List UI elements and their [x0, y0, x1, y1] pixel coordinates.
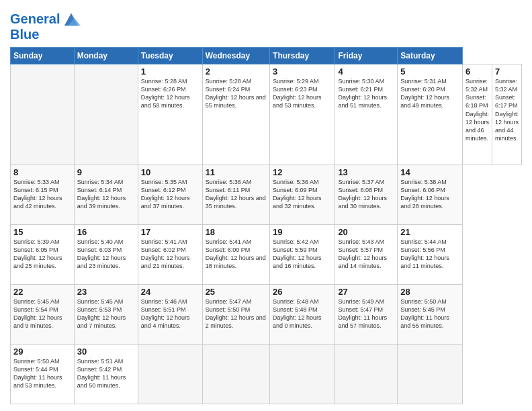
calendar-cell: 15Sunrise: 5:39 AM Sunset: 6:05 PM Dayli…: [11, 224, 75, 284]
cell-info: Sunrise: 5:42 AM Sunset: 5:59 PM Dayligh…: [273, 238, 332, 271]
calendar-cell: 18Sunrise: 5:41 AM Sunset: 6:00 PM Dayli…: [202, 224, 269, 284]
day-number: 30: [77, 347, 135, 357]
week-row-4: 29Sunrise: 5:50 AM Sunset: 5:44 PM Dayli…: [11, 344, 522, 404]
week-row-2: 15Sunrise: 5:39 AM Sunset: 6:05 PM Dayli…: [11, 224, 522, 284]
calendar-container: General Blue SundayMondayTuesdayWednesda…: [0, 0, 532, 411]
weekday-sunday: Sunday: [11, 48, 75, 64]
calendar-cell: 29Sunrise: 5:50 AM Sunset: 5:44 PM Dayli…: [11, 344, 75, 404]
cell-info: Sunrise: 5:32 AM Sunset: 6:18 PM Dayligh…: [466, 77, 489, 142]
calendar-cell: [270, 344, 335, 404]
day-number: 8: [13, 167, 71, 177]
weekday-thursday: Thursday: [270, 48, 335, 64]
calendar-cell: 10Sunrise: 5:35 AM Sunset: 6:12 PM Dayli…: [138, 165, 202, 224]
calendar-cell: [138, 344, 202, 404]
day-number: 7: [495, 66, 519, 77]
day-number: 24: [141, 287, 200, 297]
day-number: 18: [206, 227, 267, 237]
day-number: 15: [13, 227, 71, 237]
calendar-table: SundayMondayTuesdayWednesdayThursdayFrid…: [10, 47, 522, 404]
day-number: 14: [400, 167, 459, 177]
calendar-cell: 8Sunrise: 5:33 AM Sunset: 6:15 PM Daylig…: [11, 165, 75, 224]
calendar-cell: 5Sunrise: 5:31 AM Sunset: 6:20 PM Daylig…: [398, 64, 463, 165]
calendar-cell: [335, 344, 398, 404]
calendar-cell: 16Sunrise: 5:40 AM Sunset: 6:03 PM Dayli…: [74, 224, 138, 284]
weekday-saturday: Saturday: [398, 48, 463, 64]
day-number: 20: [338, 227, 394, 237]
calendar-cell: 28Sunrise: 5:50 AM Sunset: 5:45 PM Dayli…: [398, 284, 463, 344]
calendar-cell: 20Sunrise: 5:43 AM Sunset: 5:57 PM Dayli…: [335, 224, 398, 284]
calendar-cell: 6Sunrise: 5:32 AM Sunset: 6:18 PM Daylig…: [462, 64, 492, 165]
day-number: 16: [77, 227, 135, 237]
calendar-cell: 25Sunrise: 5:47 AM Sunset: 5:50 PM Dayli…: [202, 284, 269, 344]
cell-info: Sunrise: 5:31 AM Sunset: 6:20 PM Dayligh…: [400, 77, 459, 110]
cell-info: Sunrise: 5:41 AM Sunset: 6:02 PM Dayligh…: [141, 238, 200, 271]
day-number: 1: [141, 66, 200, 77]
weekday-header: SundayMondayTuesdayWednesdayThursdayFrid…: [11, 48, 522, 64]
calendar-cell: 23Sunrise: 5:45 AM Sunset: 5:53 PM Dayli…: [74, 284, 138, 344]
cell-info: Sunrise: 5:45 AM Sunset: 5:54 PM Dayligh…: [13, 298, 71, 330]
day-number: 3: [273, 66, 332, 77]
day-number: 9: [77, 167, 135, 177]
day-number: 25: [206, 287, 267, 297]
calendar-cell: [11, 64, 75, 165]
day-number: 22: [13, 287, 71, 297]
day-number: 11: [206, 167, 267, 177]
logo: General Blue: [10, 9, 81, 42]
cell-info: Sunrise: 5:30 AM Sunset: 6:21 PM Dayligh…: [338, 77, 394, 110]
day-number: 26: [273, 287, 332, 297]
calendar-cell: 1Sunrise: 5:28 AM Sunset: 6:26 PM Daylig…: [138, 64, 202, 165]
cell-info: Sunrise: 5:48 AM Sunset: 5:48 PM Dayligh…: [273, 298, 332, 330]
day-number: 6: [466, 66, 489, 77]
cell-info: Sunrise: 5:34 AM Sunset: 6:14 PM Dayligh…: [77, 178, 135, 211]
calendar-cell: 2Sunrise: 5:28 AM Sunset: 6:24 PM Daylig…: [202, 64, 269, 165]
cell-info: Sunrise: 5:38 AM Sunset: 6:06 PM Dayligh…: [400, 178, 459, 211]
logo-icon: [62, 9, 81, 28]
logo-line1: General: [10, 11, 60, 26]
cell-info: Sunrise: 5:39 AM Sunset: 6:05 PM Dayligh…: [13, 238, 71, 271]
calendar-cell: [202, 344, 269, 404]
weekday-friday: Friday: [335, 48, 398, 64]
weekday-monday: Monday: [74, 48, 138, 64]
calendar-cell: 19Sunrise: 5:42 AM Sunset: 5:59 PM Dayli…: [270, 224, 335, 284]
calendar-cell: 3Sunrise: 5:29 AM Sunset: 6:23 PM Daylig…: [270, 64, 335, 165]
calendar-cell: 11Sunrise: 5:36 AM Sunset: 6:11 PM Dayli…: [202, 165, 269, 224]
calendar-cell: 7Sunrise: 5:32 AM Sunset: 6:17 PM Daylig…: [492, 64, 521, 165]
weekday-wednesday: Wednesday: [202, 48, 269, 64]
calendar-cell: 22Sunrise: 5:45 AM Sunset: 5:54 PM Dayli…: [11, 284, 75, 344]
cell-info: Sunrise: 5:50 AM Sunset: 5:45 PM Dayligh…: [400, 298, 459, 330]
cell-info: Sunrise: 5:36 AM Sunset: 6:11 PM Dayligh…: [206, 178, 267, 211]
cell-info: Sunrise: 5:32 AM Sunset: 6:17 PM Dayligh…: [495, 77, 519, 142]
calendar-cell: 13Sunrise: 5:37 AM Sunset: 6:08 PM Dayli…: [335, 165, 398, 224]
cell-info: Sunrise: 5:49 AM Sunset: 5:47 PM Dayligh…: [338, 298, 394, 330]
calendar-cell: 21Sunrise: 5:44 AM Sunset: 5:56 PM Dayli…: [398, 224, 463, 284]
day-number: 2: [206, 66, 267, 77]
day-number: 19: [273, 227, 332, 237]
cell-info: Sunrise: 5:36 AM Sunset: 6:09 PM Dayligh…: [273, 178, 332, 211]
week-row-1: 8Sunrise: 5:33 AM Sunset: 6:15 PM Daylig…: [11, 165, 522, 224]
day-number: 17: [141, 227, 200, 237]
calendar-cell: 24Sunrise: 5:46 AM Sunset: 5:51 PM Dayli…: [138, 284, 202, 344]
cell-info: Sunrise: 5:29 AM Sunset: 6:23 PM Dayligh…: [273, 77, 332, 110]
day-number: 4: [338, 66, 394, 77]
day-number: 12: [273, 167, 332, 177]
logo-line2: Blue: [10, 27, 81, 42]
calendar-body: 1Sunrise: 5:28 AM Sunset: 6:26 PM Daylig…: [11, 64, 522, 404]
cell-info: Sunrise: 5:43 AM Sunset: 5:57 PM Dayligh…: [338, 238, 394, 271]
calendar-cell: 12Sunrise: 5:36 AM Sunset: 6:09 PM Dayli…: [270, 165, 335, 224]
calendar-cell: [398, 344, 463, 404]
cell-info: Sunrise: 5:41 AM Sunset: 6:00 PM Dayligh…: [206, 238, 267, 271]
cell-info: Sunrise: 5:35 AM Sunset: 6:12 PM Dayligh…: [141, 178, 200, 211]
cell-info: Sunrise: 5:45 AM Sunset: 5:53 PM Dayligh…: [77, 298, 135, 330]
weekday-tuesday: Tuesday: [138, 48, 202, 64]
calendar-cell: 4Sunrise: 5:30 AM Sunset: 6:21 PM Daylig…: [335, 64, 398, 165]
cell-info: Sunrise: 5:37 AM Sunset: 6:08 PM Dayligh…: [338, 178, 394, 211]
calendar-cell: 26Sunrise: 5:48 AM Sunset: 5:48 PM Dayli…: [270, 284, 335, 344]
cell-info: Sunrise: 5:51 AM Sunset: 5:42 PM Dayligh…: [77, 357, 135, 390]
cell-info: Sunrise: 5:28 AM Sunset: 6:24 PM Dayligh…: [206, 77, 267, 110]
calendar-cell: [74, 64, 138, 165]
cell-info: Sunrise: 5:33 AM Sunset: 6:15 PM Dayligh…: [13, 178, 71, 211]
day-number: 28: [400, 287, 459, 297]
cell-info: Sunrise: 5:50 AM Sunset: 5:44 PM Dayligh…: [13, 357, 71, 390]
week-row-0: 1Sunrise: 5:28 AM Sunset: 6:26 PM Daylig…: [11, 64, 522, 165]
calendar-cell: 30Sunrise: 5:51 AM Sunset: 5:42 PM Dayli…: [74, 344, 138, 404]
